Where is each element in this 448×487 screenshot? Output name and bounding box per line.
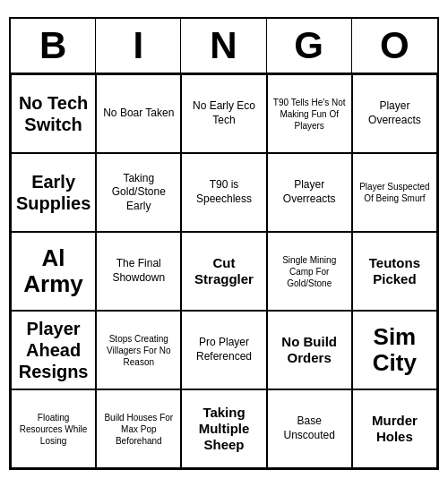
bingo-cell-9: Player Suspected Of Being Smurf <box>352 153 437 232</box>
bingo-cell-8: Player Overreacts <box>267 153 352 232</box>
bingo-cell-22: Taking Multiple Sheep <box>181 389 266 468</box>
bingo-cell-0: No Tech Switch <box>11 74 96 153</box>
bingo-cell-10: Al Army <box>11 232 96 311</box>
bingo-cell-1: No Boar Taken <box>96 74 181 153</box>
bingo-cell-15: Player Ahead Resigns <box>11 311 96 389</box>
bingo-card: BINGO No Tech SwitchNo Boar TakenNo Earl… <box>9 17 439 470</box>
header-letter-n: N <box>181 19 266 73</box>
bingo-header: BINGO <box>11 19 437 74</box>
bingo-cell-20: Floating Resources While Losing <box>11 389 96 468</box>
header-letter-g: G <box>267 19 352 73</box>
bingo-cell-6: Taking Gold/Stone Early <box>96 153 181 232</box>
header-letter-o: O <box>352 19 437 73</box>
bingo-cell-14: Teutons Picked <box>352 232 437 311</box>
bingo-cell-21: Build Houses For Max Pop Beforehand <box>96 389 181 468</box>
bingo-cell-7: T90 is Speechless <box>181 153 266 232</box>
bingo-cell-2: No Early Eco Tech <box>181 74 266 153</box>
header-letter-i: I <box>96 19 181 73</box>
bingo-cell-13: Single Mining Camp For Gold/Stone <box>267 232 352 311</box>
bingo-cell-23: Base Unscouted <box>267 389 352 468</box>
bingo-cell-18: No Build Orders <box>267 311 352 389</box>
bingo-cell-12: Cut Straggler <box>181 232 266 311</box>
header-letter-b: B <box>11 19 96 73</box>
bingo-cell-11: The Final Showdown <box>96 232 181 311</box>
bingo-cell-19: Sim City <box>352 311 437 389</box>
bingo-grid: No Tech SwitchNo Boar TakenNo Early Eco … <box>11 74 437 468</box>
bingo-cell-4: Player Overreacts <box>352 74 437 153</box>
bingo-cell-24: Murder Holes <box>352 389 437 468</box>
bingo-cell-3: T90 Tells He's Not Making Fun Of Players <box>267 74 352 153</box>
bingo-cell-17: Pro Player Referenced <box>181 311 266 389</box>
bingo-cell-16: Stops Creating Villagers For No Reason <box>96 311 181 389</box>
bingo-cell-5: Early Supplies <box>11 153 96 232</box>
